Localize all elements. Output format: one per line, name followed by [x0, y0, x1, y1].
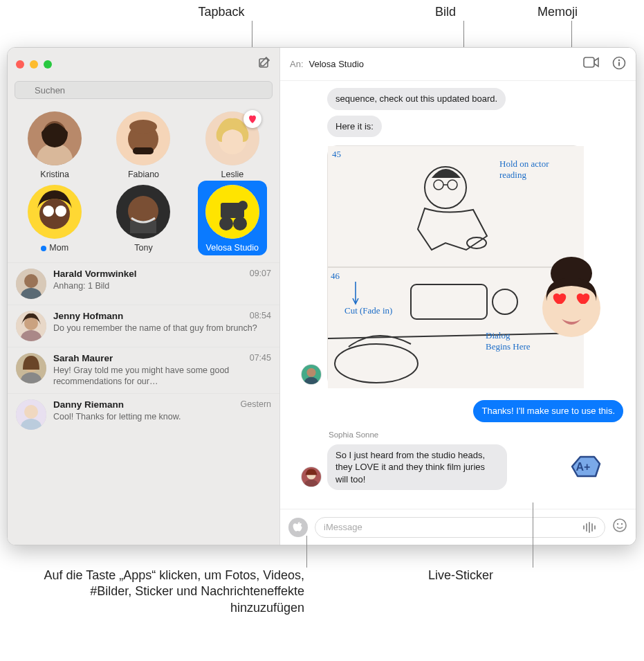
message-bubble-incoming[interactable]: So I just heard from the studio heads, t… — [327, 444, 507, 491]
smiley-icon — [612, 518, 627, 533]
pinned-leslie[interactable]: Leslie — [188, 111, 277, 179]
message-placeholder: iMessage — [324, 522, 362, 532]
conversation-time: 07:45 — [250, 353, 271, 363]
image-annotation: Hold on actor reading — [499, 159, 562, 181]
svg-point-66 — [621, 523, 623, 525]
svg-rect-39 — [618, 62, 620, 66]
message-composer: iMessage — [280, 509, 636, 545]
conversation-pane: An: Velosa Studio sequence, check out th… — [280, 48, 636, 545]
svg-point-14 — [43, 206, 54, 217]
callout-apps: Auf die Taste „Apps“ klicken, um Fotos, … — [21, 568, 304, 616]
sender-avatar — [301, 364, 322, 385]
svg-point-38 — [618, 60, 620, 62]
conversation-name: Harald Vormwinkel — [53, 269, 137, 279]
conversation-list: Harald Vormwinkel09:07 Anhang: 1 Bild Je… — [8, 262, 279, 545]
message-bubble-incoming[interactable]: sequence, check out this updated board. — [327, 88, 506, 110]
image-annotation: Dialog Begins Here — [486, 330, 534, 352]
conversation-time: 09:07 — [250, 269, 271, 279]
pin-label: Leslie — [221, 170, 243, 179]
message-bubble-outgoing[interactable]: Thanks! I'll make sure to use this. — [473, 400, 623, 422]
callout-line — [533, 502, 533, 568]
facetime-button[interactable] — [583, 56, 600, 72]
live-sticker[interactable]: A+ — [568, 453, 602, 480]
svg-point-25 — [24, 274, 38, 288]
pinned-velosa-studio[interactable]: Velosa Studio — [188, 185, 277, 253]
svg-point-41 — [306, 368, 315, 377]
avatar — [16, 353, 46, 383]
svg-text:A+: A+ — [576, 461, 591, 473]
window-controls — [16, 60, 52, 69]
compose-icon — [257, 56, 271, 70]
conversation-preview: Cool! Thanks for letting me know. — [53, 411, 271, 422]
pinned-mom[interactable]: Mom — [10, 185, 99, 253]
pin-label: Velosa Studio — [206, 243, 259, 253]
message-bubble-incoming[interactable]: Here it is: — [327, 116, 382, 138]
svg-point-21 — [219, 217, 233, 230]
conversation-time: 08:54 — [250, 311, 271, 321]
pin-label: Kristina — [40, 170, 69, 179]
callout-tapback: Tapback — [180, 4, 263, 20]
emoji-picker-button[interactable] — [612, 518, 627, 536]
pinned-fabiano[interactable]: Fabiano — [99, 111, 187, 179]
svg-point-23 — [238, 201, 248, 210]
avatar — [16, 399, 46, 430]
info-icon — [612, 56, 626, 70]
messages-window: Kristina Fabiano Leslie Mom — [7, 47, 636, 545]
svg-rect-36 — [584, 57, 594, 67]
callout-memoji: Memoji — [523, 4, 592, 20]
conversation-preview: Do you remember the name of that guy fro… — [53, 323, 271, 334]
conversation-header: An: Velosa Studio — [280, 48, 636, 81]
svg-point-15 — [55, 206, 66, 217]
tapback-heart-icon — [243, 110, 261, 128]
svg-point-22 — [233, 217, 247, 230]
avatar — [16, 269, 46, 299]
pinned-tony[interactable]: Tony — [99, 185, 187, 253]
pin-label: Fabiano — [128, 170, 159, 179]
unread-dot-icon — [41, 246, 46, 251]
pinned-kristina[interactable]: Kristina — [10, 111, 99, 179]
apps-button[interactable] — [288, 518, 308, 537]
conversation-name: Danny Riemann — [53, 399, 124, 410]
chat-transcript[interactable]: sequence, check out this updated board. … — [280, 81, 636, 509]
conversation-name: Jenny Hofmann — [53, 311, 123, 321]
to-label: An: — [290, 59, 304, 69]
sidebar: Kristina Fabiano Leslie Mom — [8, 48, 280, 545]
callout-live-sticker: Live-Sticker — [405, 568, 516, 583]
conversation-item[interactable]: Harald Vormwinkel09:07 Anhang: 1 Bild — [8, 262, 279, 305]
message-image-attachment[interactable]: 45 Hold on actor reading 46 Cut (Fade in… — [327, 145, 583, 388]
svg-point-8 — [129, 120, 157, 134]
minimize-window-button[interactable] — [30, 60, 38, 69]
conversation-item[interactable]: Sarah Maurer07:45 Hey! Gray told me you … — [8, 347, 279, 393]
close-window-button[interactable] — [16, 60, 24, 69]
callout-bild: Bild — [418, 4, 473, 20]
search-input[interactable] — [15, 81, 273, 99]
conversation-name: Sarah Maurer — [53, 353, 113, 363]
conversation-time: Gestern — [241, 399, 271, 410]
compose-button[interactable] — [257, 56, 271, 73]
sender-avatar — [301, 467, 322, 487]
pin-label: Mom — [41, 243, 68, 253]
memoji-sticker[interactable] — [530, 253, 613, 343]
conversation-item[interactable]: Danny RiemannGestern Cool! Thanks for le… — [8, 393, 279, 435]
svg-point-65 — [617, 523, 618, 525]
pinned-conversations: Kristina Fabiano Leslie Mom — [8, 105, 279, 262]
callout-line — [306, 536, 307, 568]
sidebar-header — [8, 48, 279, 81]
image-annotation: 45 — [332, 149, 341, 160]
svg-rect-9 — [133, 147, 154, 154]
details-button[interactable] — [612, 56, 626, 72]
conversation-title: Velosa Studio — [309, 59, 365, 69]
waveform-icon — [582, 521, 598, 534]
conversation-item[interactable]: Jenny Hofmann08:54 Do you remember the n… — [8, 305, 279, 347]
svg-point-64 — [614, 519, 626, 532]
conversation-preview: Anhang: 1 Bild — [53, 280, 271, 291]
maximize-window-button[interactable] — [44, 60, 52, 69]
svg-point-34 — [24, 405, 38, 419]
image-annotation: 46 — [331, 271, 340, 282]
message-input[interactable]: iMessage — [315, 517, 605, 538]
conversation-preview: Hey! Gray told me you might have some go… — [53, 365, 271, 388]
video-icon — [583, 56, 600, 69]
avatar — [16, 311, 46, 341]
apps-icon — [293, 522, 304, 533]
audio-message-button[interactable] — [582, 521, 598, 536]
